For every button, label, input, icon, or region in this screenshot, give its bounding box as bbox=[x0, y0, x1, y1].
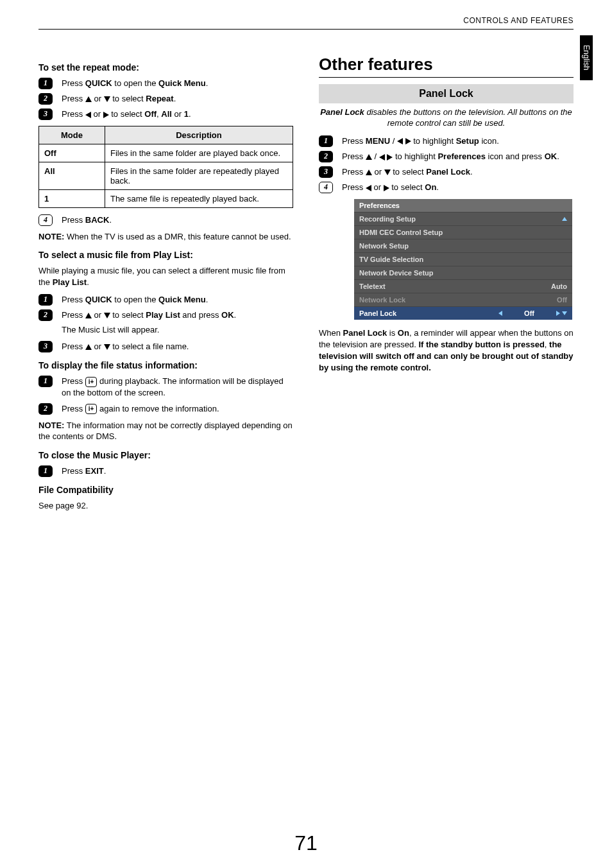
step-badge: 3 bbox=[319, 166, 333, 178]
t: The information may not be correctly dis… bbox=[38, 421, 293, 442]
t: icon and press bbox=[486, 152, 545, 161]
t: . bbox=[189, 109, 191, 119]
step-2: 2 Press or to select Play List and press… bbox=[38, 309, 293, 321]
t: Press bbox=[62, 215, 85, 225]
step-text: Press i+ again to remove the information… bbox=[62, 403, 293, 415]
t: or bbox=[92, 94, 104, 103]
step-badge: 4 bbox=[38, 214, 53, 226]
t: to open the bbox=[112, 295, 158, 304]
t: BACK bbox=[85, 215, 110, 225]
t: Panel Lock bbox=[343, 328, 387, 338]
t: Press bbox=[62, 295, 85, 304]
t: TV Guide Selection bbox=[359, 256, 423, 263]
intro-text: While playing a music file, you can sele… bbox=[38, 265, 293, 288]
t: to select bbox=[110, 310, 146, 320]
panel-row-selected: Panel Lock Off bbox=[354, 306, 572, 320]
cell-desc: Files in the same folder are repeatedly … bbox=[105, 162, 293, 189]
step-badge: 1 bbox=[38, 294, 53, 306]
t: Press bbox=[342, 167, 366, 177]
arrow-down-icon bbox=[104, 96, 110, 102]
step-3: 3 Press or to select a file name. bbox=[38, 341, 293, 352]
step-badge: 2 bbox=[38, 93, 53, 105]
cell-desc: Files in the same folder are played back… bbox=[105, 144, 293, 162]
t: to select bbox=[109, 109, 145, 119]
step-1: 1 Press MENU / to highlight Setup icon. bbox=[319, 135, 574, 147]
th-mode: Mode bbox=[39, 126, 105, 144]
step-2: 2 Press / to highlight Preferences icon … bbox=[319, 151, 574, 162]
t: . bbox=[436, 182, 439, 192]
step-badge: 1 bbox=[319, 135, 333, 147]
step-3: 3 Press or to select Off, All or 1. bbox=[38, 108, 293, 120]
feature-bar-panel-lock: Panel Lock bbox=[319, 84, 574, 103]
step-badge: 1 bbox=[38, 465, 53, 477]
t: or bbox=[172, 109, 184, 119]
t: . bbox=[234, 310, 237, 320]
arrow-left-icon bbox=[85, 112, 91, 118]
t: NOTE: bbox=[38, 232, 64, 241]
cell-mode: Off bbox=[39, 144, 105, 162]
t: and press bbox=[180, 310, 221, 320]
t: to highlight bbox=[411, 136, 456, 146]
cell-desc: The same file is repeatedly played back. bbox=[105, 189, 293, 207]
arrow-left-icon bbox=[366, 185, 371, 191]
t: Off bbox=[557, 296, 567, 304]
scroll-up-icon bbox=[562, 217, 567, 221]
t: Teletext bbox=[359, 282, 386, 290]
t: or bbox=[91, 109, 103, 119]
t: . bbox=[174, 94, 176, 103]
arrow-down-icon bbox=[384, 169, 391, 175]
table-header-row: Mode Description bbox=[39, 126, 293, 144]
t: Auto bbox=[551, 282, 567, 290]
arrow-down-icon bbox=[104, 344, 110, 350]
t: or bbox=[372, 167, 384, 177]
t: Preferences bbox=[438, 152, 485, 161]
t: to highlight bbox=[393, 152, 438, 161]
step-badge: 1 bbox=[38, 78, 53, 89]
t: or bbox=[371, 182, 384, 192]
heading-close-player: To close the Music Player: bbox=[38, 450, 293, 460]
t: Network Lock bbox=[359, 296, 405, 304]
t: Press bbox=[62, 404, 85, 413]
step-badge: 2 bbox=[38, 403, 53, 415]
content-columns: To set the repeat mode: 1 Press QUICK to… bbox=[38, 55, 574, 517]
t: Play List bbox=[146, 310, 180, 320]
note-dmr: NOTE: When the TV is used as a DMR, this… bbox=[38, 231, 293, 243]
t: QUICK bbox=[85, 295, 112, 304]
t: Press bbox=[62, 94, 85, 103]
right-column: Other features Panel Lock Panel Lock dis… bbox=[319, 55, 574, 517]
step-text: Press or to select On. bbox=[342, 182, 574, 193]
t: icon. bbox=[479, 136, 499, 146]
t: Off bbox=[144, 109, 157, 119]
step-text: Press QUICK to open the Quick Menu. bbox=[62, 78, 293, 89]
arrow-up-icon bbox=[85, 313, 92, 318]
t: If the standby button is pressed bbox=[418, 340, 544, 349]
bottom-paragraph: When Panel Lock is On, a reminder will a… bbox=[319, 327, 574, 374]
step-1: 1 Press i+ during playback. The informat… bbox=[38, 376, 293, 399]
heading-file-compat: File Compatibility bbox=[38, 485, 293, 495]
t: to select a file name. bbox=[110, 342, 189, 351]
t: Off bbox=[524, 309, 534, 317]
t: disables the buttons on the television. … bbox=[364, 107, 572, 128]
t: On bbox=[398, 328, 409, 338]
cell-mode: All bbox=[39, 162, 105, 189]
step-1: 1 Press QUICK to open the Quick Menu. bbox=[38, 78, 293, 89]
t: OK bbox=[545, 152, 557, 161]
left-column: To set the repeat mode: 1 Press QUICK to… bbox=[38, 55, 293, 517]
t: EXIT bbox=[85, 466, 104, 476]
t: to open the bbox=[112, 78, 158, 88]
panel-row: TeletextAuto bbox=[354, 279, 572, 293]
header-label: CONTROLS AND FEATURES bbox=[463, 16, 574, 25]
section-title: Other features bbox=[319, 55, 574, 74]
arrow-right-icon bbox=[405, 138, 411, 144]
t: OK bbox=[221, 310, 234, 320]
step-badge: 4 bbox=[319, 182, 333, 193]
table-row: 1 The same file is repeatedly played bac… bbox=[39, 189, 293, 207]
t: . bbox=[557, 152, 559, 161]
panel-lock-desc: Panel Lock disables the buttons on the t… bbox=[319, 107, 574, 129]
step-text: Press i+ during playback. The informatio… bbox=[62, 376, 293, 399]
step-2: 2 Press i+ again to remove the informati… bbox=[38, 403, 293, 415]
step-text: Press / to highlight Preferences icon an… bbox=[342, 151, 574, 162]
arrow-up-icon bbox=[366, 169, 372, 175]
t: Repeat bbox=[146, 94, 173, 103]
step-4: 4 Press BACK. bbox=[38, 214, 293, 226]
